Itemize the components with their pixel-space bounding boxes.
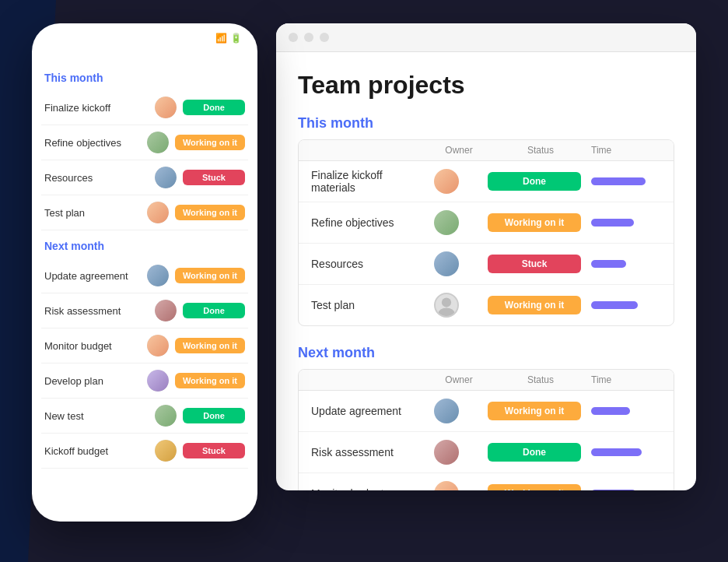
status-cell: Done xyxy=(484,172,585,191)
desktop-avatar xyxy=(434,440,459,465)
phone-avatar xyxy=(147,335,169,357)
phone-status-badge: Done xyxy=(183,100,245,115)
time-bar xyxy=(591,219,634,227)
desktop-task-row[interactable]: Test planWorking on it xyxy=(299,285,674,325)
phone-task-row[interactable]: Update agreementWorking on it xyxy=(41,258,248,293)
table-col-headers: Owner Status Time xyxy=(299,370,674,391)
desktop-status-badge: Stuck xyxy=(488,255,581,273)
desktop-task-name: Resources xyxy=(311,258,409,270)
phone-content: This monthFinalize kickoffDoneRefine obj… xyxy=(32,62,257,522)
status-cell: Stuck xyxy=(484,255,585,273)
phone-status-badge: Working on it xyxy=(175,338,245,353)
titlebar xyxy=(276,23,696,52)
signal-area: 📶 🔋 xyxy=(215,33,242,44)
phone-avatar xyxy=(147,132,169,153)
phone-task-row[interactable]: New testDone xyxy=(41,399,248,434)
battery-icon: 🔋 xyxy=(230,33,242,44)
phone-status-badge: Stuck xyxy=(183,170,245,185)
phone-task-name: Monitor budget xyxy=(44,340,141,352)
phone-status-badge: Stuck xyxy=(183,443,245,458)
time-bar xyxy=(591,448,642,456)
dot-2 xyxy=(304,33,313,42)
task-table: Owner Status Time Finalize kickoff mater… xyxy=(298,139,674,326)
phone-task-name: Kickoff budget xyxy=(44,445,149,457)
desktop-panel: Team projectsThis month Owner Status Tim… xyxy=(276,23,696,490)
owner-cell xyxy=(415,293,478,318)
task-table: Owner Status Time Update agreementWorkin… xyxy=(298,369,674,490)
desktop-task-name: Monitor budget xyxy=(311,487,409,490)
status-bar: 📶 🔋 xyxy=(32,23,257,47)
phone-avatar xyxy=(155,167,177,188)
desktop-task-row[interactable]: Finalize kickoff materialsDone xyxy=(299,161,674,202)
dot-3 xyxy=(320,33,329,42)
desktop-status-badge: Working on it xyxy=(488,296,581,314)
owner-cell xyxy=(415,440,478,465)
phone-task-row[interactable]: Monitor budgetWorking on it xyxy=(41,328,248,364)
phone-header xyxy=(32,47,257,62)
phone-task-row[interactable]: Risk assessmentDone xyxy=(41,293,248,328)
phone-task-row[interactable]: Kickoff budgetStuck xyxy=(41,434,248,469)
time-cell xyxy=(591,177,661,185)
time-bar xyxy=(591,301,638,309)
time-cell xyxy=(591,219,661,227)
phone-task-row[interactable]: Finalize kickoffDone xyxy=(41,90,248,125)
page-title: Team projects xyxy=(298,71,674,100)
time-cell xyxy=(591,448,661,456)
phone-status-badge: Working on it xyxy=(175,205,245,220)
desktop-status-badge: Done xyxy=(488,172,581,191)
desktop-avatar xyxy=(434,481,459,490)
desktop-task-name: Risk assessment xyxy=(311,446,409,458)
desktop-task-name: Refine objectives xyxy=(311,216,409,229)
status-cell: Working on it xyxy=(484,296,585,314)
phone-task-name: New test xyxy=(44,410,149,422)
phone-status-badge: Done xyxy=(183,408,245,423)
desktop-task-row[interactable]: ResourcesStuck xyxy=(299,244,674,285)
desktop-task-row[interactable]: Monitor budgetWorking on it xyxy=(299,473,674,490)
phone-task-name: Develop plan xyxy=(44,375,141,387)
phone-task-row[interactable]: Test planWorking on it xyxy=(41,195,248,230)
phone-task-row[interactable]: Develop planWorking on it xyxy=(41,364,248,399)
time-bar xyxy=(591,490,636,490)
desktop-avatar xyxy=(434,251,459,276)
phone-avatar xyxy=(155,97,177,118)
mobile-phone: 📶 🔋 This monthFinalize kickoffDoneRefine… xyxy=(32,23,257,522)
time-cell xyxy=(591,301,661,309)
phone-avatar xyxy=(147,202,169,223)
desktop-task-name: Test plan xyxy=(311,299,409,311)
time-cell xyxy=(591,407,661,415)
time-bar xyxy=(591,177,646,185)
time-bar xyxy=(591,407,630,415)
svg-point-0 xyxy=(442,297,451,307)
phone-avatar xyxy=(155,405,177,427)
phone-status-badge: Working on it xyxy=(175,268,245,283)
phone-task-name: Update agreement xyxy=(44,270,141,282)
wifi-icon: 📶 xyxy=(215,33,227,44)
phone-task-row[interactable]: Refine objectivesWorking on it xyxy=(41,125,248,160)
desktop-status-badge: Working on it xyxy=(488,484,581,490)
col-owner-header: Owner xyxy=(428,374,490,385)
owner-cell xyxy=(415,481,478,490)
phone-status-badge: Working on it xyxy=(175,135,245,150)
desktop-content: Team projectsThis month Owner Status Tim… xyxy=(276,52,696,490)
desktop-task-row[interactable]: Refine objectivesWorking on it xyxy=(299,202,674,244)
desktop-section-header: Next month xyxy=(298,345,674,361)
desktop-avatar xyxy=(434,169,459,194)
owner-cell xyxy=(415,210,478,235)
desktop-task-name: Finalize kickoff materials xyxy=(311,169,409,194)
owner-cell xyxy=(415,251,478,276)
time-cell xyxy=(591,260,661,268)
phone-section-title: Next month xyxy=(44,240,248,252)
phone-status-badge: Working on it xyxy=(175,373,245,388)
phone-section-title: This month xyxy=(44,72,248,84)
desktop-avatar xyxy=(434,293,459,318)
desktop-status-badge: Done xyxy=(488,443,581,462)
phone-task-row[interactable]: ResourcesStuck xyxy=(41,160,248,195)
desktop-task-row[interactable]: Risk assessmentDone xyxy=(299,432,674,473)
desktop-avatar xyxy=(434,399,459,423)
desktop-status-badge: Working on it xyxy=(488,213,581,232)
status-cell: Done xyxy=(484,443,585,462)
desktop-task-row[interactable]: Update agreementWorking on it xyxy=(299,391,674,432)
phone-avatar xyxy=(155,440,177,462)
col-status-header: Status xyxy=(490,374,591,385)
status-cell: Working on it xyxy=(484,402,585,420)
